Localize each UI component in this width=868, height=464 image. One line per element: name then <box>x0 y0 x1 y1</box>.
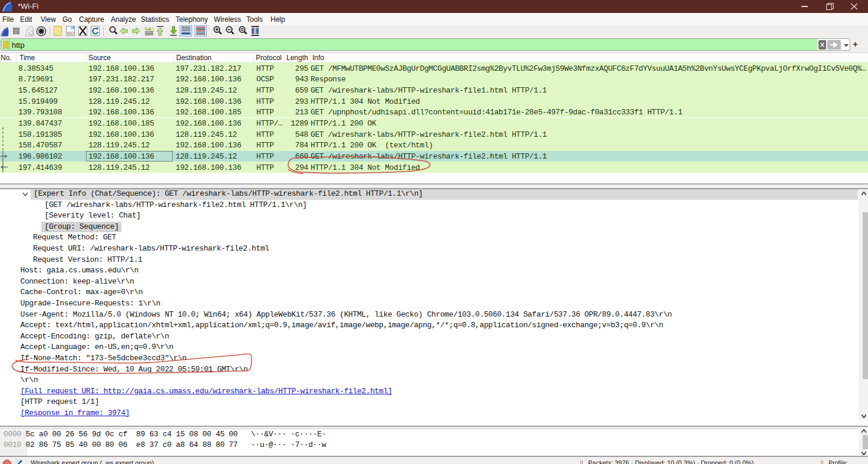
svg-text:BCD: BCD <box>68 32 73 35</box>
